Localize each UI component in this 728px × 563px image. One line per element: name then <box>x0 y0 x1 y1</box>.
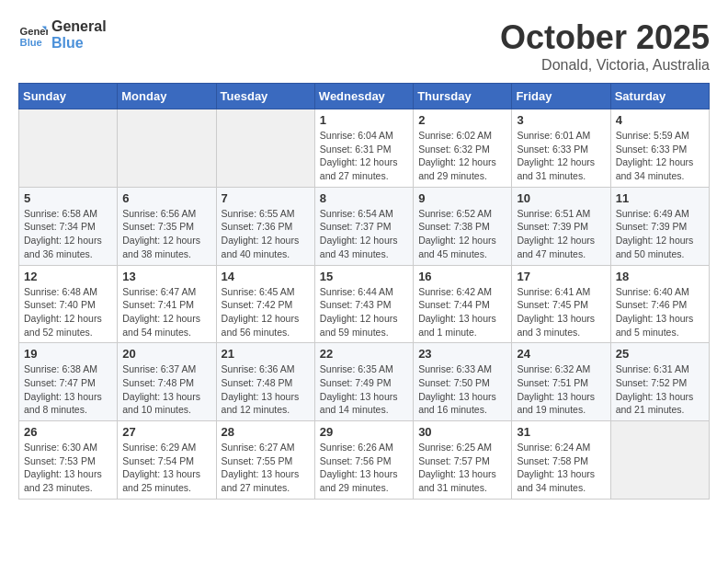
day-info: Sunrise: 6:35 AM Sunset: 7:49 PM Dayligh… <box>320 362 408 417</box>
day-number: 24 <box>517 347 605 361</box>
weekday-header-row: SundayMondayTuesdayWednesdayThursdayFrid… <box>19 84 710 109</box>
day-info: Sunrise: 6:47 AM Sunset: 7:41 PM Dayligh… <box>122 285 210 339</box>
day-info: Sunrise: 6:24 AM Sunset: 7:58 PM Dayligh… <box>517 441 605 495</box>
day-number: 28 <box>222 425 310 439</box>
calendar-cell: 7Sunrise: 6:55 AM Sunset: 7:36 PM Daylig… <box>216 187 314 265</box>
day-info: Sunrise: 6:25 AM Sunset: 7:57 PM Dayligh… <box>418 441 506 495</box>
day-info: Sunrise: 6:02 AM Sunset: 6:32 PM Dayligh… <box>418 129 506 183</box>
calendar-cell: 31Sunrise: 6:24 AM Sunset: 7:58 PM Dayli… <box>512 421 610 500</box>
day-info: Sunrise: 6:26 AM Sunset: 7:56 PM Dayligh… <box>320 441 408 495</box>
day-number: 21 <box>222 347 310 361</box>
day-info: Sunrise: 6:38 AM Sunset: 7:47 PM Dayligh… <box>24 362 112 417</box>
day-number: 4 <box>616 113 704 127</box>
day-number: 2 <box>418 113 506 127</box>
day-number: 14 <box>222 270 310 283</box>
calendar-cell <box>610 421 709 500</box>
calendar-cell: 3Sunrise: 6:01 AM Sunset: 6:33 PM Daylig… <box>512 109 610 188</box>
day-number: 15 <box>320 270 408 283</box>
calendar-cell: 25Sunrise: 6:31 AM Sunset: 7:52 PM Dayli… <box>610 343 709 421</box>
day-info: Sunrise: 6:58 AM Sunset: 7:34 PM Dayligh… <box>24 207 112 261</box>
calendar-cell: 29Sunrise: 6:26 AM Sunset: 7:56 PM Dayli… <box>314 421 413 500</box>
day-number: 16 <box>418 270 506 283</box>
day-number: 5 <box>24 191 112 205</box>
day-info: Sunrise: 6:30 AM Sunset: 7:53 PM Dayligh… <box>24 441 112 495</box>
day-number: 23 <box>418 347 506 361</box>
calendar-table: SundayMondayTuesdayWednesdayThursdayFrid… <box>18 83 710 500</box>
calendar-cell: 27Sunrise: 6:29 AM Sunset: 7:54 PM Dayli… <box>118 421 216 500</box>
day-info: Sunrise: 6:41 AM Sunset: 7:45 PM Dayligh… <box>517 285 605 339</box>
weekday-header-saturday: Saturday <box>610 84 709 109</box>
day-info: Sunrise: 6:04 AM Sunset: 6:31 PM Dayligh… <box>320 129 408 183</box>
month-title: October 2025 <box>500 18 710 57</box>
day-number: 29 <box>320 425 408 439</box>
day-number: 13 <box>122 270 210 283</box>
day-number: 27 <box>122 425 210 439</box>
logo-general: General <box>51 18 107 35</box>
weekday-header-wednesday: Wednesday <box>314 84 413 109</box>
calendar-cell: 28Sunrise: 6:27 AM Sunset: 7:55 PM Dayli… <box>216 421 314 500</box>
svg-text:Blue: Blue <box>20 37 42 48</box>
calendar-cell: 9Sunrise: 6:52 AM Sunset: 7:38 PM Daylig… <box>414 187 512 265</box>
day-number: 9 <box>418 191 506 205</box>
day-number: 25 <box>616 347 704 361</box>
week-row-2: 5Sunrise: 6:58 AM Sunset: 7:34 PM Daylig… <box>19 187 710 265</box>
day-number: 7 <box>222 191 310 205</box>
calendar-cell <box>19 109 118 188</box>
day-number: 30 <box>418 425 506 439</box>
weekday-header-monday: Monday <box>118 84 216 109</box>
day-number: 18 <box>616 270 704 283</box>
calendar-cell <box>118 109 216 188</box>
day-number: 19 <box>24 347 112 361</box>
day-info: Sunrise: 6:01 AM Sunset: 6:33 PM Dayligh… <box>517 129 605 183</box>
weekday-header-thursday: Thursday <box>414 84 512 109</box>
calendar-cell: 23Sunrise: 6:33 AM Sunset: 7:50 PM Dayli… <box>414 343 512 421</box>
weekday-header-tuesday: Tuesday <box>216 84 314 109</box>
day-number: 20 <box>122 347 210 361</box>
day-info: Sunrise: 6:51 AM Sunset: 7:39 PM Dayligh… <box>517 207 605 261</box>
day-info: Sunrise: 6:36 AM Sunset: 7:48 PM Dayligh… <box>222 362 310 417</box>
calendar-cell: 21Sunrise: 6:36 AM Sunset: 7:48 PM Dayli… <box>216 343 314 421</box>
week-row-3: 12Sunrise: 6:48 AM Sunset: 7:40 PM Dayli… <box>19 265 710 343</box>
weekday-header-friday: Friday <box>512 84 610 109</box>
day-info: Sunrise: 6:54 AM Sunset: 7:37 PM Dayligh… <box>320 207 408 261</box>
day-number: 31 <box>517 425 605 439</box>
calendar-cell: 6Sunrise: 6:56 AM Sunset: 7:35 PM Daylig… <box>118 187 216 265</box>
calendar-cell: 2Sunrise: 6:02 AM Sunset: 6:32 PM Daylig… <box>414 109 512 188</box>
calendar-cell: 18Sunrise: 6:40 AM Sunset: 7:46 PM Dayli… <box>610 265 709 343</box>
day-info: Sunrise: 6:44 AM Sunset: 7:43 PM Dayligh… <box>320 285 408 339</box>
logo-blue: Blue <box>51 35 107 52</box>
day-number: 26 <box>24 425 112 439</box>
logo-icon: General Blue <box>18 20 48 50</box>
calendar-cell: 17Sunrise: 6:41 AM Sunset: 7:45 PM Dayli… <box>512 265 610 343</box>
calendar-cell: 14Sunrise: 6:45 AM Sunset: 7:42 PM Dayli… <box>216 265 314 343</box>
day-number: 3 <box>517 113 605 127</box>
calendar-cell: 13Sunrise: 6:47 AM Sunset: 7:41 PM Dayli… <box>118 265 216 343</box>
calendar-cell: 24Sunrise: 6:32 AM Sunset: 7:51 PM Dayli… <box>512 343 610 421</box>
day-number: 11 <box>616 191 704 205</box>
day-info: Sunrise: 6:27 AM Sunset: 7:55 PM Dayligh… <box>222 441 310 495</box>
day-info: Sunrise: 6:48 AM Sunset: 7:40 PM Dayligh… <box>24 285 112 339</box>
day-info: Sunrise: 6:29 AM Sunset: 7:54 PM Dayligh… <box>122 441 210 495</box>
day-info: Sunrise: 6:32 AM Sunset: 7:51 PM Dayligh… <box>517 362 605 417</box>
calendar-cell: 16Sunrise: 6:42 AM Sunset: 7:44 PM Dayli… <box>414 265 512 343</box>
day-number: 17 <box>517 270 605 283</box>
day-number: 22 <box>320 347 408 361</box>
day-number: 6 <box>122 191 210 205</box>
logo: General Blue General Blue <box>18 18 107 51</box>
day-number: 1 <box>320 113 408 127</box>
location: Donald, Victoria, Australia <box>500 57 710 74</box>
calendar-cell: 22Sunrise: 6:35 AM Sunset: 7:49 PM Dayli… <box>314 343 413 421</box>
day-number: 12 <box>24 270 112 283</box>
day-number: 8 <box>320 191 408 205</box>
calendar-cell: 30Sunrise: 6:25 AM Sunset: 7:57 PM Dayli… <box>414 421 512 500</box>
weekday-header-sunday: Sunday <box>19 84 118 109</box>
week-row-5: 26Sunrise: 6:30 AM Sunset: 7:53 PM Dayli… <box>19 421 710 500</box>
calendar-cell: 26Sunrise: 6:30 AM Sunset: 7:53 PM Dayli… <box>19 421 118 500</box>
calendar-cell: 10Sunrise: 6:51 AM Sunset: 7:39 PM Dayli… <box>512 187 610 265</box>
day-info: Sunrise: 6:52 AM Sunset: 7:38 PM Dayligh… <box>418 207 506 261</box>
calendar-cell: 12Sunrise: 6:48 AM Sunset: 7:40 PM Dayli… <box>19 265 118 343</box>
calendar-cell <box>216 109 314 188</box>
day-info: Sunrise: 6:31 AM Sunset: 7:52 PM Dayligh… <box>616 362 704 417</box>
day-info: Sunrise: 6:42 AM Sunset: 7:44 PM Dayligh… <box>418 285 506 339</box>
calendar-cell: 15Sunrise: 6:44 AM Sunset: 7:43 PM Dayli… <box>314 265 413 343</box>
